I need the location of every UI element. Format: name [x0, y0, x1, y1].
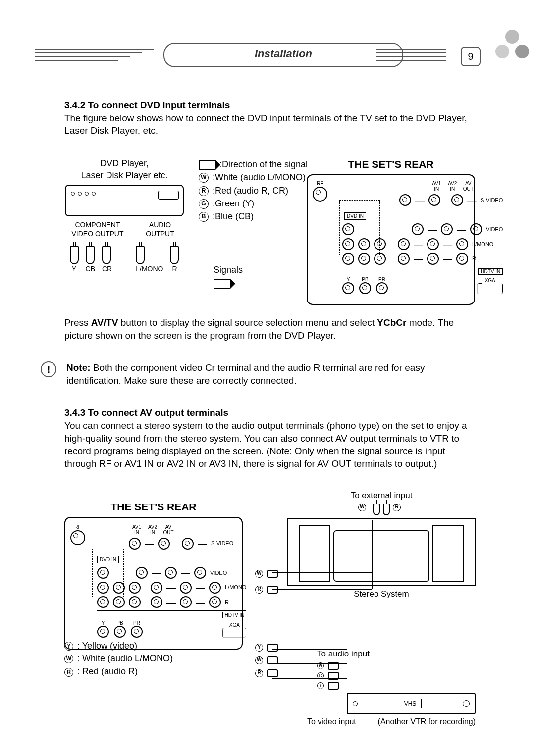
jack-icon	[427, 253, 439, 265]
jack-icon	[398, 238, 410, 250]
legend-green: G:Green (Y)	[199, 198, 322, 209]
video-label: VIDEO	[210, 569, 227, 577]
rear-panel-title: THE SET'S REAR	[64, 500, 243, 514]
y-jack-label: Y	[97, 621, 109, 626]
header-stripes-right	[376, 46, 446, 64]
jack-icon	[358, 253, 370, 265]
y-jack-label: Y	[342, 277, 354, 283]
jack-icon	[129, 596, 141, 608]
jack-icon	[129, 582, 141, 594]
jack-icon	[398, 253, 410, 265]
plug-y-label: Y	[70, 264, 79, 274]
jack-icon	[113, 596, 125, 608]
jack-icon	[412, 223, 424, 235]
header-title: Installation	[163, 43, 403, 67]
legend-blue: B:Blue (CB)	[199, 210, 322, 222]
dvd-player-icon	[65, 185, 184, 216]
pb-jack-label: PB	[359, 277, 371, 283]
vtr-icon: VHS	[347, 693, 476, 714]
cable-line	[272, 663, 347, 664]
arrow-icon	[199, 160, 215, 170]
jack-icon	[358, 238, 370, 250]
jack-icon	[151, 596, 162, 608]
av-tv-instruction: Press AV/TV button to display the signal…	[64, 316, 476, 342]
stereo-system-label: Stereo System	[287, 589, 476, 600]
vtr-plugs: W R Y	[317, 662, 476, 690]
to-external-label: To external input	[287, 490, 476, 502]
av2-label: AV2 IN	[446, 181, 458, 192]
jack-icon	[151, 582, 162, 594]
cable-line	[272, 589, 372, 590]
rear-panel-diagram: RF AV1 IN AV2 IN AV OUT —— S-VIDEO D	[64, 517, 243, 650]
jack-icon	[359, 282, 371, 294]
jack-icon	[180, 582, 192, 594]
hdtvin-label: HDTV IN	[222, 612, 246, 618]
svideo-jack-icon	[451, 194, 463, 206]
xga-port-icon	[222, 628, 246, 638]
lmono-label: L/MONO	[472, 241, 493, 248]
r-label: R	[225, 599, 229, 606]
jack-icon	[376, 282, 388, 294]
rf-jack-icon	[313, 187, 327, 202]
plug-row: Y CB CR L/MONO R	[65, 246, 184, 274]
pb-jack-label: PB	[114, 621, 126, 626]
legend-red: R:Red (audio R, CR)	[199, 185, 322, 197]
rear-panel-title: THE SET'S REAR	[307, 157, 475, 171]
jack-icon	[209, 582, 221, 594]
video-label: VIDEO	[486, 226, 503, 233]
rf-label: RF	[70, 525, 85, 530]
av2-label: AV2 IN	[147, 525, 159, 535]
jack-icon	[374, 238, 386, 250]
svideo-jack-icon	[182, 538, 194, 550]
av1-label: AV1 IN	[131, 525, 143, 535]
cable-line	[372, 520, 373, 589]
section-av-output: 3.4.3 To connect AV output terminals You…	[64, 406, 476, 470]
jack-icon	[342, 253, 354, 265]
r-label: R	[472, 255, 476, 262]
jack-icon	[136, 567, 148, 579]
jack-icon	[180, 596, 192, 608]
jack-icon	[97, 567, 109, 579]
jack-icon	[113, 582, 125, 594]
section-heading: 3.4.2 To connect DVD input terminals	[64, 99, 476, 112]
hdtvin-label: HDTV IN	[478, 268, 503, 275]
jack-icon	[97, 582, 109, 594]
lmono-label: L/MONO	[225, 584, 246, 591]
vhs-label: VHS	[399, 699, 422, 708]
signal-direction-legend: :Direction of the signal	[199, 158, 322, 170]
jack-icon	[427, 238, 439, 250]
svideo-label: S-VIDEO	[211, 540, 233, 547]
jack-icon	[97, 626, 109, 638]
xga-label: XGA	[477, 278, 503, 284]
signals-label: Signals	[214, 264, 243, 289]
xga-label: XGA	[222, 623, 246, 628]
jack-icon	[209, 596, 221, 608]
color-legend: Y: Yellow (video) W: White (audio L/MONO…	[64, 639, 173, 679]
figure-av-output: THE SET'S REAR RF AV1 IN AV2 IN	[64, 490, 476, 713]
device-label: DVD Player, Laser Disk Player etc.	[65, 157, 184, 182]
jack-icon	[165, 567, 177, 579]
alert-icon: !	[41, 361, 56, 377]
jack-icon	[456, 253, 468, 265]
pr-jack-label: PR	[376, 277, 388, 283]
cable-line	[272, 572, 372, 573]
rf-label: RF	[313, 181, 327, 187]
figure-dvd-connection: DVD Player, Laser Disk Player etc. COMPO…	[64, 157, 476, 302]
arrow-icon	[214, 279, 230, 289]
plug-lmono-label: L/MONO	[136, 264, 163, 274]
jack-icon	[342, 282, 354, 294]
cable-line	[272, 649, 347, 650]
jack-icon	[131, 626, 143, 638]
audio-output-label: AUDIO OUTPUT	[136, 220, 184, 239]
to-video-label: To video input	[307, 716, 356, 727]
cable-plugs-stereo: W R	[255, 562, 278, 602]
to-audio-label: To audio input	[317, 649, 476, 660]
section-body: The figure below shows how to connect th…	[64, 112, 476, 137]
stereo-system-icon	[287, 518, 476, 586]
header-stripes-left	[35, 46, 154, 64]
component-video-label: COMPONENT VIDEO OUTPUT	[65, 220, 130, 239]
jack-icon	[97, 596, 109, 608]
section-dvd-input: 3.4.2 To connect DVD input terminals The…	[64, 99, 476, 137]
svideo-jack-icon	[129, 538, 141, 550]
jack-icon	[342, 238, 354, 250]
